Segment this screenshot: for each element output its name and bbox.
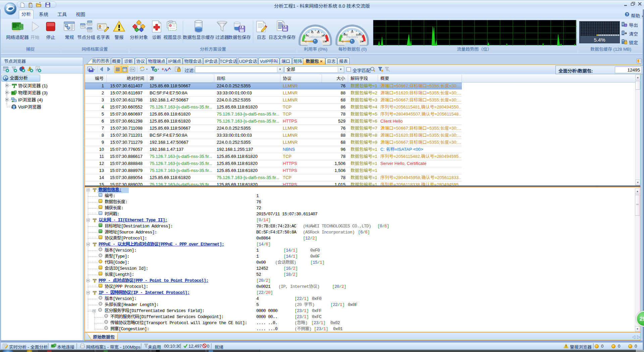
svg-text:40: 40 bbox=[311, 31, 314, 34]
svg-text:?: ? bbox=[626, 12, 628, 16]
svg-text:60: 60 bbox=[317, 31, 320, 34]
svg-text:0X: 0X bbox=[130, 68, 134, 71]
svg-text:80: 80 bbox=[322, 34, 324, 37]
svg-text:Packet/s: Packet/s bbox=[346, 35, 358, 39]
svg-text:Utilization: Utilization bbox=[309, 35, 322, 39]
svg-text:A: A bbox=[164, 67, 167, 72]
svg-text:+: + bbox=[162, 67, 164, 72]
